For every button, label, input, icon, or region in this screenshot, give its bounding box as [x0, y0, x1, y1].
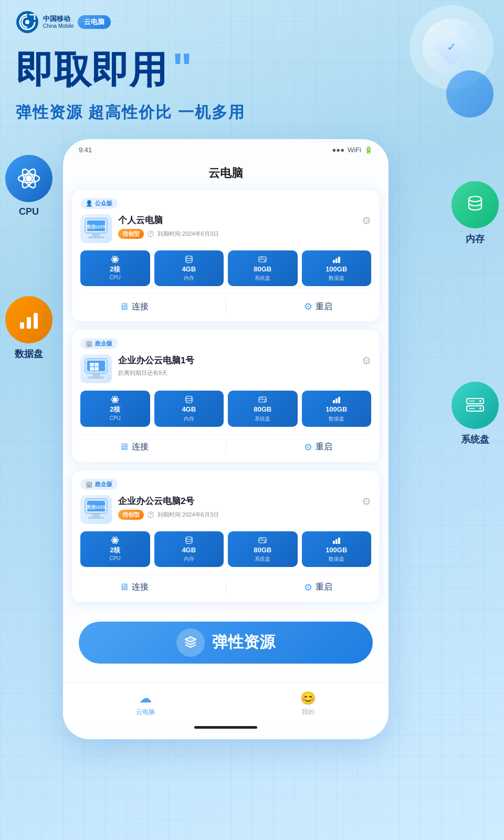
- elastic-resources-btn[interactable]: 弹性资源: [79, 622, 373, 664]
- badge-label-3: 政企版: [95, 480, 112, 488]
- svg-point-18: [186, 256, 192, 259]
- specs-row-2: 2核 CPU 4GB 内存: [80, 391, 371, 426]
- svg-text:统信UOS: 统信UOS: [86, 224, 106, 229]
- svg-rect-31: [94, 367, 99, 371]
- spec-mem-val-3: 4GB: [182, 547, 196, 554]
- pc-icon-1: 统信UOS: [80, 214, 112, 243]
- restart-label-3: 重启: [316, 582, 332, 593]
- pc-card-3: 🏢 政企版 统信UOS: [71, 470, 380, 603]
- svg-point-63: [469, 196, 481, 202]
- bottom-nav: ☁ 云电脑 😊 我的: [63, 682, 388, 722]
- action-row-2: 🖥 连接 ⚙ 重启: [80, 434, 371, 454]
- hero-title: 即取即用: [16, 49, 167, 91]
- spec-db-icon-2: [184, 395, 194, 404]
- card-meta-3: 信创型 🕐 到期时间:2024年6月3日: [118, 510, 219, 520]
- cloud-badge: 云电脑: [78, 15, 111, 29]
- gear-icon-3[interactable]: ⚙: [362, 495, 371, 508]
- spec-data-val-2: 100GB: [326, 406, 347, 413]
- database-icon: [463, 193, 487, 217]
- person-icon-1: 👤: [86, 200, 93, 207]
- deco-blue-circle: [446, 70, 494, 118]
- hdd-large-icon: [463, 393, 487, 417]
- quote-mark: ": [172, 44, 192, 92]
- connect-icon-1: 🖥: [119, 301, 129, 312]
- card-header-1: 统信UOS 个人云电脑 信创型 🕐 到期时间:2024年6月3日: [80, 214, 371, 243]
- svg-rect-60: [333, 541, 335, 544]
- spec-cpu-val-1: 2核: [110, 266, 120, 273]
- home-indicator: [194, 726, 257, 729]
- spec-sys-lbl-2: 系统盘: [255, 415, 270, 423]
- action-row-3: 🖥 连接 ⚙ 重启: [80, 574, 371, 594]
- spec-data-lbl-1: 数据盘: [329, 275, 344, 282]
- svg-rect-33: [88, 376, 104, 379]
- svg-point-66: [479, 400, 481, 402]
- uos-pc-icon-3: 统信UOS: [83, 497, 109, 521]
- spec-db-icon-1: [184, 255, 194, 264]
- spec-cpu-3: 2核 CPU: [80, 531, 150, 567]
- spec-data-lbl-3: 数据盘: [329, 555, 344, 563]
- restart-btn-2[interactable]: ⚙ 重启: [304, 442, 332, 453]
- svg-point-2: [26, 175, 32, 182]
- card-info-1: 个人云电脑 信创型 🕐 到期时间:2024年6月3日: [118, 214, 219, 239]
- nav-mine[interactable]: 😊 我的: [300, 691, 316, 717]
- uos-pc-icon-1: 统信UOS: [83, 217, 109, 241]
- specs-row-3: 2核 CPU 4GB 内存: [80, 531, 371, 567]
- memory-label: 内存: [466, 233, 485, 245]
- svg-rect-49: [92, 514, 100, 517]
- badge-label-2: 政企版: [95, 340, 112, 348]
- nav-mine-label: 我的: [302, 708, 314, 717]
- atom-icon: [16, 165, 42, 192]
- phone-status-bar: 9:41 ●●● WiFi 🔋: [63, 139, 388, 160]
- action-divider-1: [226, 300, 226, 313]
- spec-mem-lbl-3: 内存: [184, 555, 194, 563]
- hero-section: 即取即用 " 弹性资源 超高性价比 一机多用: [0, 44, 504, 123]
- restart-btn-3[interactable]: ⚙ 重启: [304, 582, 332, 593]
- svg-rect-45: [338, 397, 340, 403]
- connect-btn-2[interactable]: 🖥 连接: [119, 442, 149, 453]
- card-badge-3: 🏢 政企版: [80, 479, 118, 490]
- spec-mem-2: 4GB 内存: [154, 391, 224, 426]
- spec-sys-lbl-3: 系统盘: [255, 555, 270, 563]
- restart-label-2: 重启: [316, 442, 332, 453]
- signal-icon: ●●●: [332, 146, 344, 154]
- datadisk-float-item: 数据盘: [5, 296, 52, 360]
- spec-mem-val-2: 4GB: [182, 406, 196, 413]
- connect-label-2: 连接: [132, 442, 149, 453]
- card-name-2: 企业办公云电脑1号: [118, 354, 194, 366]
- spec-data-val-3: 100GB: [326, 547, 347, 554]
- action-divider-3: [226, 581, 226, 594]
- pc-icon-3: 统信UOS: [80, 495, 112, 524]
- badge-label-1: 公众版: [95, 200, 112, 207]
- gear-icon-2[interactable]: ⚙: [362, 354, 371, 367]
- action-divider-2: [226, 441, 226, 454]
- connect-btn-3[interactable]: 🖥 连接: [119, 582, 149, 593]
- status-icons: ●●● WiFi 🔋: [332, 146, 373, 154]
- cpu-label: CPU: [19, 206, 39, 217]
- restart-icon-2: ⚙: [304, 442, 312, 453]
- spec-sys-2: 80GB 系统盘: [228, 391, 298, 426]
- spec-sys-val-3: 80GB: [254, 547, 271, 554]
- svg-rect-13: [88, 236, 104, 238]
- svg-rect-50: [88, 517, 104, 519]
- spec-atom-icon-1: [110, 255, 120, 264]
- connect-btn-1[interactable]: 🖥 连接: [119, 301, 149, 312]
- spec-mem-lbl-1: 内存: [184, 275, 194, 282]
- clock-icon-3: 🕐: [147, 511, 154, 518]
- svg-rect-62: [338, 538, 340, 544]
- win-pc-icon-2: [83, 357, 109, 381]
- connect-label-1: 连接: [132, 301, 149, 312]
- restart-btn-1[interactable]: ⚙ 重启: [304, 301, 332, 312]
- connect-icon-2: 🖥: [119, 442, 129, 453]
- svg-point-55: [186, 537, 192, 539]
- svg-rect-43: [333, 400, 335, 403]
- nav-cloud-pc[interactable]: ☁ 云电脑: [136, 691, 155, 717]
- sysdisk-float-item: 系统盘: [452, 382, 499, 446]
- spec-cpu-1: 2核 CPU: [80, 250, 150, 286]
- expire-text-1: 到期时间:2024年6月3日: [158, 230, 219, 238]
- restart-icon-3: ⚙: [304, 582, 312, 593]
- brand-en: China Mobile: [43, 23, 74, 29]
- logo-area: 中国移动 China Mobile 云电脑: [16, 10, 111, 34]
- spec-data-val-1: 100GB: [326, 266, 347, 273]
- gear-icon-1[interactable]: ⚙: [362, 214, 371, 227]
- type-badge-1: 信创型: [118, 229, 144, 239]
